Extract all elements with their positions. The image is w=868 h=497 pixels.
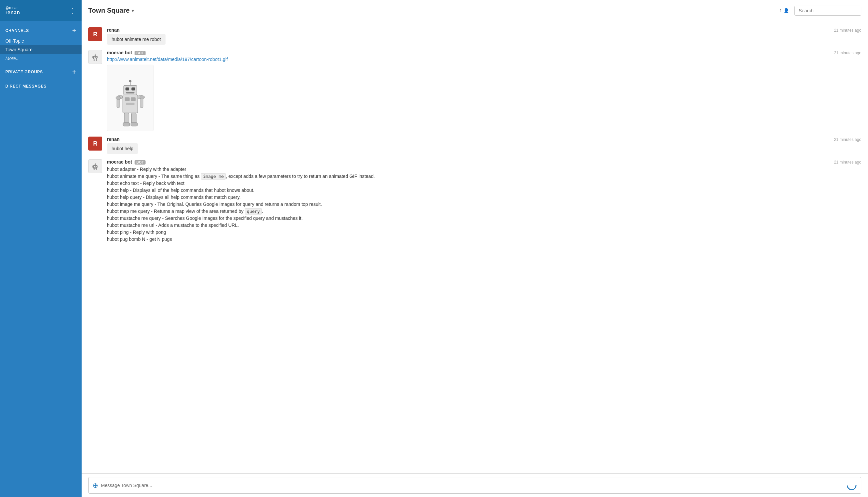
help-line: hubot map me query - Returns a map view … <box>107 208 861 215</box>
bot-avatar <box>88 159 102 173</box>
svg-point-24 <box>116 96 120 100</box>
username-at: @renan <box>5 6 20 10</box>
message-text: hubot animate me robot <box>112 37 161 42</box>
help-line: hubot mustache me url - Adds a mustache … <box>107 222 861 229</box>
svg-rect-34 <box>95 164 96 165</box>
avatar-area <box>88 50 102 131</box>
avatar-area: R <box>88 27 102 45</box>
robot-svg <box>110 68 150 128</box>
member-count-number: 1 <box>779 8 782 13</box>
svg-point-29 <box>140 96 145 99</box>
svg-point-13 <box>129 80 131 82</box>
bot-avatar <box>88 50 102 64</box>
svg-rect-33 <box>94 168 96 168</box>
svg-rect-35 <box>95 163 96 164</box>
message-body: renan 21 minutes ago hubot animate me ro… <box>107 27 861 45</box>
message-timestamp: 21 minutes ago <box>834 159 861 165</box>
svg-rect-18 <box>131 97 136 101</box>
help-line: hubot adapter - Reply with the adapter <box>107 166 861 173</box>
svg-rect-37 <box>97 166 98 168</box>
channels-more[interactable]: More... <box>0 54 82 62</box>
svg-rect-15 <box>131 88 135 90</box>
help-line: hubot echo text - Reply back with text <box>107 180 861 187</box>
main-area: Town Square ▾ 1 👤 R renan 21 minutes a <box>82 0 868 497</box>
private-groups-label: PRIVATE GROUPS <box>5 70 43 74</box>
message-bubble: hubot help <box>107 143 138 154</box>
channels-label: CHANNELS <box>5 28 29 33</box>
chevron-down-icon[interactable]: ▾ <box>131 8 134 13</box>
svg-rect-6 <box>92 56 93 58</box>
avatar-area: R <box>88 137 102 154</box>
robot-image <box>107 65 154 131</box>
sidebar-item-town-square[interactable]: Town Square <box>0 45 82 54</box>
message-body: moerae bot BOT 21 minutes ago http://www… <box>107 50 861 131</box>
user-info: @renan renan <box>5 6 20 16</box>
person-icon: 👤 <box>783 8 789 13</box>
message-row: moerae bot BOT 21 minutes ago hubot adap… <box>82 157 868 245</box>
private-groups-section-header: PRIVATE GROUPS + <box>0 62 82 78</box>
avatar: R <box>88 137 102 151</box>
direct-messages-section-header: DIRECT MESSAGES <box>0 78 82 91</box>
svg-rect-31 <box>94 166 95 167</box>
svg-rect-8 <box>94 59 95 61</box>
help-line: hubot animate me query - The same thing … <box>107 173 861 180</box>
svg-rect-4 <box>95 55 96 56</box>
message-row: R renan 21 minutes ago hubot help <box>82 134 868 157</box>
message-body: moerae bot BOT 21 minutes ago hubot adap… <box>107 159 861 243</box>
help-text: hubot adapter - Reply with the adapter h… <box>107 166 861 243</box>
message-row: moerae bot BOT 21 minutes ago http://www… <box>82 47 868 134</box>
topbar-right: 1 👤 <box>779 6 861 16</box>
robot-icon <box>90 161 100 171</box>
svg-rect-19 <box>126 103 134 105</box>
svg-rect-25 <box>124 113 129 124</box>
message-author: moerae bot <box>107 50 132 55</box>
svg-rect-23 <box>140 99 143 108</box>
svg-rect-17 <box>125 97 130 101</box>
search-input[interactable] <box>794 6 861 16</box>
svg-rect-1 <box>94 57 95 58</box>
svg-rect-2 <box>96 57 97 58</box>
message-header: moerae bot BOT 21 minutes ago <box>107 50 861 55</box>
help-line: hubot help query - Displays all help com… <box>107 194 861 201</box>
svg-rect-28 <box>131 123 138 126</box>
typing-indicator-icon <box>846 480 857 491</box>
messages-area: R renan 21 minutes ago hubot animate me … <box>82 21 868 473</box>
avatar: R <box>88 27 102 41</box>
svg-rect-26 <box>131 113 136 124</box>
message-timestamp: 21 minutes ago <box>834 50 861 55</box>
direct-messages-label: DIRECT MESSAGES <box>5 84 47 89</box>
member-count: 1 👤 <box>779 8 789 13</box>
sidebar-item-off-topic[interactable]: Off-Topic <box>0 37 82 45</box>
robot-icon <box>90 52 100 62</box>
attachment-icon[interactable]: ⊕ <box>93 481 98 489</box>
message-author: moerae bot <box>107 159 132 165</box>
message-input-bar: ⊕ <box>82 473 868 497</box>
svg-rect-5 <box>95 54 96 55</box>
svg-rect-27 <box>123 123 130 126</box>
message-text: hubot help <box>112 146 133 151</box>
kebab-menu-icon[interactable]: ⋮ <box>69 7 76 15</box>
add-channel-button[interactable]: + <box>72 27 76 34</box>
input-inner: ⊕ <box>88 477 861 494</box>
help-line: hubot help - Displays all of the help co… <box>107 187 861 194</box>
channel-title: Town Square ▾ <box>88 7 134 14</box>
svg-rect-16 <box>126 92 134 94</box>
bot-badge: BOT <box>134 160 145 165</box>
help-line: hubot ping - Reply with pong <box>107 229 861 236</box>
svg-rect-9 <box>96 59 97 61</box>
message-header: renan 21 minutes ago <box>107 137 861 142</box>
add-private-group-button[interactable]: + <box>72 69 76 75</box>
help-line: hubot image me query - The Original. Que… <box>107 201 861 208</box>
bot-link[interactable]: http://www.animateit.net/data/media/197/… <box>107 57 228 62</box>
svg-rect-36 <box>92 166 93 168</box>
help-line: hubot mustache me query - Searches Googl… <box>107 215 861 222</box>
message-author: renan <box>107 137 119 142</box>
inline-code: query <box>245 208 262 214</box>
svg-rect-32 <box>96 166 97 167</box>
message-link-area: http://www.animateit.net/data/media/197/… <box>107 57 861 62</box>
sidebar-header: @renan renan ⋮ <box>0 0 82 21</box>
channel-name: Town Square <box>88 7 130 14</box>
help-line: hubot pug bomb N - get N pugs <box>107 236 861 243</box>
message-input[interactable] <box>101 483 844 488</box>
message-timestamp: 21 minutes ago <box>834 137 861 142</box>
